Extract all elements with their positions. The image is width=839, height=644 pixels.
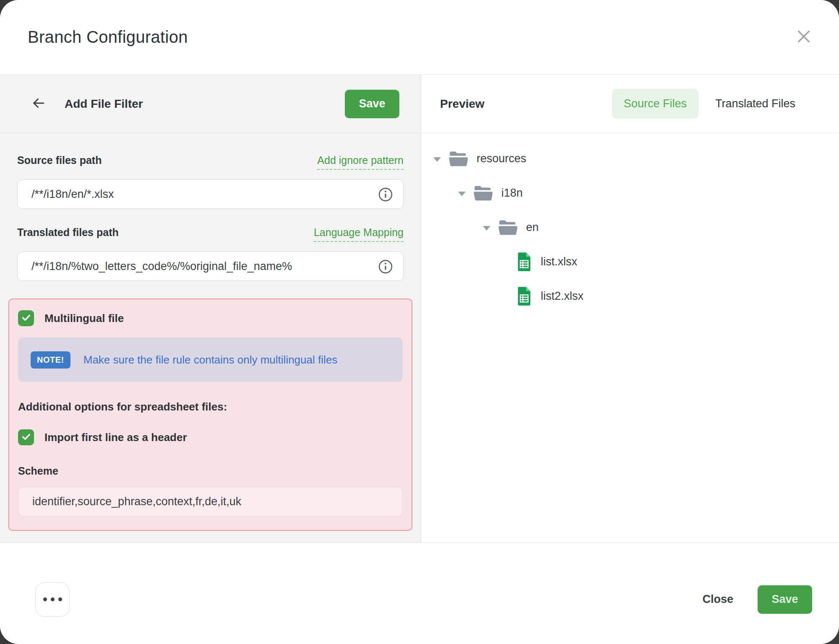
source-files-path-label: Source files path [17,154,102,166]
multilingual-note: NOTE! Make sure the file rule contains o… [18,338,403,382]
preview-tabs: Source Files Translated Files [612,89,807,119]
modal-titlebar: Branch Configuration [0,0,839,75]
tab-source-files[interactable]: Source Files [612,89,698,119]
modal-footer: Close Save [0,543,839,644]
caret-slot[interactable] [432,156,442,162]
source-files-path-input[interactable] [17,179,404,209]
translated-files-path-input[interactable] [17,252,404,281]
chevron-down-icon [458,192,466,196]
file-filter-panel: Add File Filter Save Source files path A… [0,75,421,543]
preview-panel: Preview Source Files Translated Files re… [421,75,839,543]
spreadsheet-file-icon [516,252,532,271]
tree-file-row[interactable]: list2.xlsx [432,282,839,310]
folder-icon [473,185,492,201]
spreadsheet-file-icon [516,287,532,306]
chevron-down-icon [483,226,490,231]
ellipsis-icon [43,597,62,601]
file-filter-form: Source files path Add ignore pattern Tr [0,133,421,531]
language-mapping-link[interactable]: Language Mapping [314,226,404,242]
file-tree: resources i18n en [421,133,839,317]
info-icon[interactable] [378,187,393,204]
tree-folder-row[interactable]: en [432,213,839,241]
checkmark-icon [21,431,31,444]
close-icon [795,28,813,47]
tree-folder-row[interactable]: i18n [432,179,839,207]
tree-folder-row[interactable]: resources [432,145,839,172]
note-badge: NOTE! [31,351,70,369]
tree-item-label: list.xlsx [541,255,577,268]
tree-item-label: en [526,221,539,234]
import-first-line-label: Import first line as a header [44,431,187,444]
multilingual-file-label: Multilingual file [44,312,124,325]
note-text: Make sure the file rule contains only mu… [83,353,338,366]
translated-files-path-label: Translated files path [17,226,119,239]
close-modal-button[interactable] [793,26,815,48]
tree-item-label: i18n [501,187,523,200]
chevron-down-icon [433,157,441,162]
multilingual-file-checkbox[interactable] [18,310,34,326]
more-options-button[interactable] [35,582,70,617]
preview-title: Preview [440,97,485,111]
caret-slot[interactable] [457,190,467,196]
import-first-line-checkbox[interactable] [18,429,34,445]
preview-header: Preview Source Files Translated Files [421,75,839,133]
spreadsheet-options-heading: Additional options for spreadsheet files… [18,400,403,413]
modal-body: Add File Filter Save Source files path A… [0,75,839,543]
info-icon[interactable] [378,259,393,276]
checkmark-icon [21,312,31,325]
modal-title: Branch Configuration [28,28,188,47]
folder-icon [448,151,468,166]
modal-save-button[interactable]: Save [758,585,812,614]
multilingual-options-section: Multilingual file NOTE! Make sure the fi… [8,299,412,531]
back-button[interactable] [31,96,46,112]
close-button[interactable]: Close [702,593,733,606]
file-filter-title: Add File Filter [65,97,143,111]
tree-item-label: resources [477,152,526,165]
scheme-label: Scheme [18,465,403,477]
tree-file-row[interactable]: list.xlsx [432,248,839,275]
tree-item-label: list2.xlsx [541,290,584,303]
caret-slot[interactable] [482,224,492,231]
folder-icon [498,219,517,235]
add-ignore-pattern-link[interactable]: Add ignore pattern [317,154,404,170]
branch-configuration-modal: Branch Configuration Add File [0,0,839,644]
file-filter-header: Add File Filter Save [0,75,421,133]
scheme-input[interactable] [18,487,403,517]
filter-save-button[interactable]: Save [345,90,399,118]
back-arrow-icon [31,96,46,112]
tab-translated-files[interactable]: Translated Files [704,89,807,119]
